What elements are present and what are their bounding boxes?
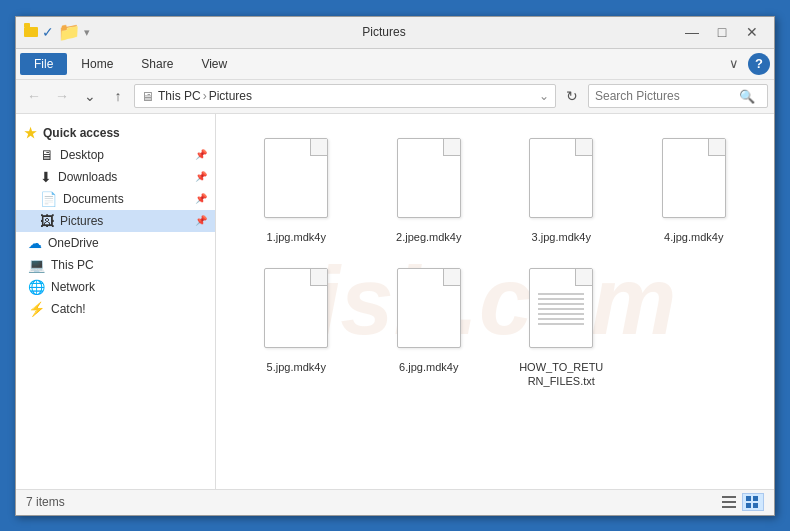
ribbon-tabs: File Home Share View ∨ ? [16, 49, 774, 79]
network-icon: 🌐 [28, 279, 45, 295]
svg-rect-5 [746, 503, 751, 508]
file-icon-1 [260, 138, 332, 226]
folder-icon-title [24, 27, 38, 37]
tab-view[interactable]: View [187, 53, 241, 75]
maximize-button[interactable]: □ [708, 22, 736, 42]
thispc-icon: 💻 [28, 257, 45, 273]
dropdown-button[interactable]: ⌄ [78, 84, 102, 108]
svg-rect-4 [753, 496, 758, 501]
check-icon: ✓ [42, 24, 54, 40]
titlebar-icons: ✓ 📁 ▾ [24, 21, 90, 43]
sidebar-item-pictures[interactable]: 🖼 Pictures 📌 [16, 210, 215, 232]
view-large-icons-button[interactable] [742, 493, 764, 511]
file-item-7[interactable]: HOW_TO_RETURN_FILES.txt [497, 260, 626, 397]
svg-rect-6 [753, 503, 758, 508]
ribbon: File Home Share View ∨ ? [16, 49, 774, 80]
pin-icon-downloads: 📌 [195, 171, 207, 182]
sidebar-item-desktop[interactable]: 🖥 Desktop 📌 [16, 144, 215, 166]
tab-file[interactable]: File [20, 53, 67, 75]
address-path: This PC › Pictures [158, 89, 252, 103]
help-button[interactable]: ? [748, 53, 770, 75]
tab-share[interactable]: Share [127, 53, 187, 75]
pin-icon-desktop: 📌 [195, 149, 207, 160]
desktop-icon: 🖥 [40, 147, 54, 163]
sidebar-item-quick-access[interactable]: ★ Quick access [16, 122, 215, 144]
file-label-2: 2.jpeg.mdk4y [396, 230, 461, 244]
svg-rect-1 [722, 501, 736, 503]
path-pictures: Pictures [209, 89, 252, 103]
pictures-icon: 🖼 [40, 213, 54, 229]
file-item-6[interactable]: 6.jpg.mdk4y [365, 260, 494, 397]
sidebar-label-thispc: This PC [51, 258, 94, 272]
file-item-3[interactable]: 3.jpg.mdk4y [497, 130, 626, 252]
sidebar-item-onedrive[interactable]: ☁ OneDrive [16, 232, 215, 254]
svg-rect-2 [722, 506, 736, 508]
pc-icon: 🖥 [141, 89, 154, 104]
navbar: ← → ⌄ ↑ 🖥 This PC › Pictures ⌄ ↻ 🔍 [16, 80, 774, 114]
file-item-4[interactable]: 4.jpg.mdk4y [630, 130, 759, 252]
svg-rect-3 [746, 496, 751, 501]
file-label-7: HOW_TO_RETURN_FILES.txt [519, 360, 604, 389]
file-icon-7 [525, 268, 597, 356]
catch-icon: ⚡ [28, 301, 45, 317]
file-label-3: 3.jpg.mdk4y [532, 230, 591, 244]
sidebar-item-catch[interactable]: ⚡ Catch! [16, 298, 215, 320]
sidebar-label-documents: Documents [63, 192, 124, 206]
address-bar[interactable]: 🖥 This PC › Pictures ⌄ [134, 84, 556, 108]
file-label-4: 4.jpg.mdk4y [664, 230, 723, 244]
file-item-2[interactable]: 2.jpeg.mdk4y [365, 130, 494, 252]
files-grid: 1.jpg.mdk4y 2.jpeg.mdk4y 3.jpg.mdk4y [232, 130, 758, 397]
sidebar-label-downloads: Downloads [58, 170, 117, 184]
address-dropdown-icon[interactable]: ⌄ [539, 89, 549, 103]
documents-icon: 📄 [40, 191, 57, 207]
pin-icon-documents: 📌 [195, 193, 207, 204]
forward-button[interactable]: → [50, 84, 74, 108]
tab-home[interactable]: Home [67, 53, 127, 75]
back-button[interactable]: ← [22, 84, 46, 108]
list-view-icon [722, 496, 736, 508]
sidebar-label-catch: Catch! [51, 302, 86, 316]
status-item-count: 7 items [26, 495, 718, 509]
ribbon-expand: ∨ ? [724, 53, 770, 75]
refresh-button[interactable]: ↻ [560, 84, 584, 108]
window-title: Pictures [90, 25, 678, 39]
svg-rect-0 [722, 496, 736, 498]
file-icon-5 [260, 268, 332, 356]
file-icon-2 [393, 138, 465, 226]
sidebar-item-downloads[interactable]: ⬇ Downloads 📌 [16, 166, 215, 188]
file-icon-4 [658, 138, 730, 226]
sidebar-item-documents[interactable]: 📄 Documents 📌 [16, 188, 215, 210]
view-buttons [718, 493, 764, 511]
sidebar-item-network[interactable]: 🌐 Network [16, 276, 215, 298]
main-area: ★ Quick access 🖥 Desktop 📌 ⬇ Downloads 📌… [16, 114, 774, 489]
content-area: ish.com 1.jpg.mdk4y 2.jpeg.mdk4y [216, 114, 774, 489]
search-input[interactable] [595, 89, 735, 103]
downloads-icon: ⬇ [40, 169, 52, 185]
close-button[interactable]: ✕ [738, 22, 766, 42]
file-explorer-window: ✓ 📁 ▾ Pictures — □ ✕ File Home Share Vie… [15, 16, 775, 516]
sidebar-label-pictures: Pictures [60, 214, 103, 228]
sidebar-item-thispc[interactable]: 💻 This PC [16, 254, 215, 276]
file-item-5[interactable]: 5.jpg.mdk4y [232, 260, 361, 397]
star-icon: ★ [24, 125, 37, 141]
path-thispc: This PC [158, 89, 201, 103]
chevron-down-icon[interactable]: ∨ [724, 54, 744, 74]
up-button[interactable]: ↑ [106, 84, 130, 108]
sidebar: ★ Quick access 🖥 Desktop 📌 ⬇ Downloads 📌… [16, 114, 216, 489]
window-controls: — □ ✕ [678, 22, 766, 42]
file-label-1: 1.jpg.mdk4y [267, 230, 326, 244]
search-icon: 🔍 [739, 89, 755, 104]
view-list-button[interactable] [718, 493, 740, 511]
folder-icon-small: 📁 [58, 21, 80, 43]
sidebar-label-onedrive: OneDrive [48, 236, 99, 250]
sidebar-label-network: Network [51, 280, 95, 294]
pin-icon-pictures: 📌 [195, 215, 207, 226]
file-icon-6 [393, 268, 465, 356]
file-label-5: 5.jpg.mdk4y [267, 360, 326, 374]
search-box[interactable]: 🔍 [588, 84, 768, 108]
titlebar: ✓ 📁 ▾ Pictures — □ ✕ [16, 17, 774, 49]
file-icon-3 [525, 138, 597, 226]
minimize-button[interactable]: — [678, 22, 706, 42]
file-item-1[interactable]: 1.jpg.mdk4y [232, 130, 361, 252]
file-label-6: 6.jpg.mdk4y [399, 360, 458, 374]
